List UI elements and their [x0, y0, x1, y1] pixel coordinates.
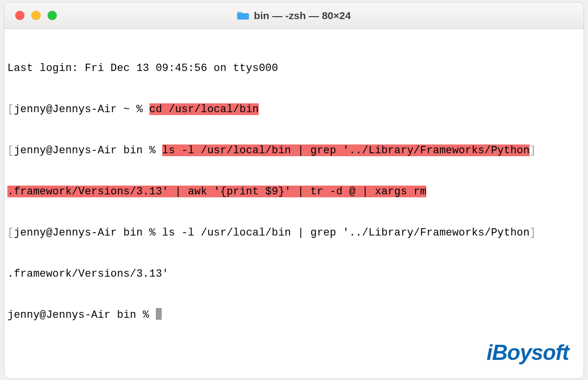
- prompt: jenny@Jennys-Air ~ %: [14, 103, 149, 115]
- watermark-logo: iBoysoft: [487, 340, 569, 365]
- command-3a: ls -l /usr/local/bin | grep '../Library/…: [162, 227, 530, 238]
- prompt: jenny@Jennys-Air bin %: [14, 227, 162, 238]
- terminal-line-3b: .framework/Versions/3.13': [7, 267, 581, 281]
- terminal-body[interactable]: Last login: Fri Dec 13 09:45:56 on ttys0…: [4, 29, 584, 354]
- folder-icon: [237, 11, 249, 21]
- minimize-button[interactable]: [31, 11, 41, 20]
- cursor: [156, 308, 162, 320]
- window-title: bin — -zsh — 80×24: [254, 10, 351, 22]
- highlighted-command-1: cd /usr/local/bin: [149, 103, 259, 115]
- terminal-line-3a: [jenny@Jennys-Air bin % ls -l /usr/local…: [7, 226, 581, 239]
- highlighted-command-2b: .framework/Versions/3.13' | awk '{print …: [7, 186, 426, 197]
- terminal-line-2a: [jenny@Jennys-Air bin % ls -l /usr/local…: [7, 143, 581, 157]
- prompt: jenny@Jennys-Air bin %: [14, 144, 162, 156]
- titlebar: bin — -zsh — 80×24: [4, 2, 584, 29]
- terminal-line-1: [jenny@Jennys-Air ~ % cd /usr/local/bin: [7, 102, 581, 116]
- close-button[interactable]: [15, 11, 24, 20]
- highlighted-command-2a: ls -l /usr/local/bin | grep '../Library/…: [162, 144, 530, 156]
- last-login-line: Last login: Fri Dec 13 09:45:56 on ttys0…: [7, 61, 581, 75]
- title-wrap: bin — -zsh — 80×24: [4, 10, 584, 22]
- terminal-line-2b: .framework/Versions/3.13' | awk '{print …: [7, 185, 581, 198]
- terminal-line-4: jenny@Jennys-Air bin %: [7, 308, 581, 322]
- prompt: jenny@Jennys-Air bin %: [7, 309, 156, 321]
- traffic-lights: [15, 11, 57, 20]
- terminal-window: bin — -zsh — 80×24 Last login: Fri Dec 1…: [4, 2, 584, 379]
- zoom-button[interactable]: [48, 11, 57, 20]
